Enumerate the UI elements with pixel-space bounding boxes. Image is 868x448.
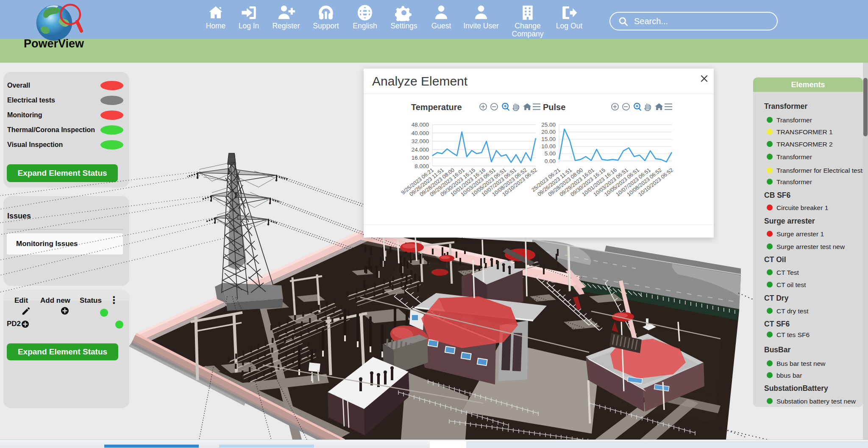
svg-text:16.000: 16.000	[412, 155, 429, 161]
svg-text:25.00: 25.00	[541, 122, 556, 128]
svg-text:10.00: 10.00	[541, 143, 556, 149]
svg-text:Pulse: Pulse	[543, 102, 565, 112]
svg-text:20.00: 20.00	[541, 129, 556, 135]
svg-text:40.000: 40.000	[412, 130, 429, 136]
svg-text:32.000: 32.000	[412, 138, 429, 144]
svg-text:48.000: 48.000	[412, 122, 429, 128]
svg-text:15.00: 15.00	[541, 136, 556, 142]
svg-text:Temperature: Temperature	[411, 102, 462, 112]
svg-text:8.000: 8.000	[415, 163, 429, 169]
svg-text:5.00: 5.00	[545, 150, 556, 157]
svg-text:24.000: 24.000	[412, 147, 429, 153]
svg-text:0.00: 0.00	[545, 158, 556, 164]
